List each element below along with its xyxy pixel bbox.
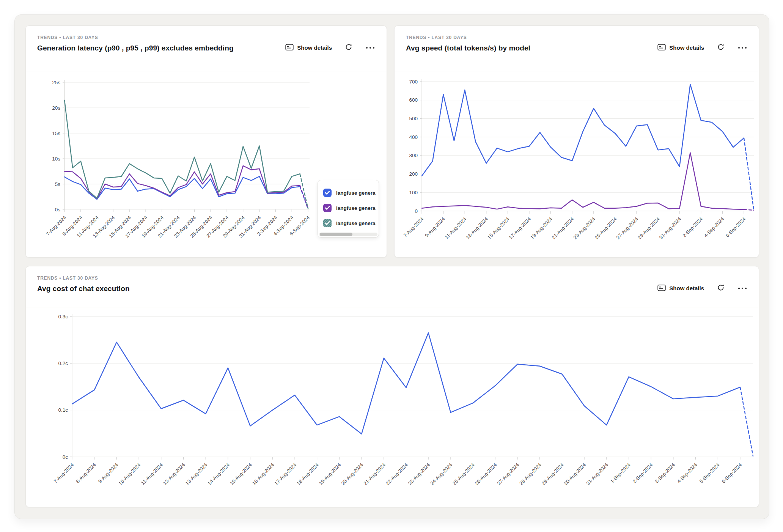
show-details-button[interactable]: Show details bbox=[285, 44, 332, 52]
x-axis-tick-label: 9-Aug-2024 bbox=[424, 216, 446, 239]
x-axis-tick-label: 17-Aug-2024 bbox=[508, 216, 532, 241]
svg-text:0.2c: 0.2c bbox=[58, 360, 68, 366]
x-axis-tick-label: 10-Aug-2024 bbox=[117, 462, 142, 486]
x-axis-tick-label: 25-Aug-2024 bbox=[594, 216, 618, 241]
legend-label: langfuse genera bbox=[336, 220, 376, 226]
checkbox-checked-icon[interactable] bbox=[323, 189, 332, 197]
refresh-button[interactable] bbox=[345, 43, 352, 52]
x-axis-tick-label: 27-Aug-2024 bbox=[496, 462, 520, 486]
show-details-label: Show details bbox=[669, 44, 704, 51]
x-axis-tick-label: 12-Aug-2024 bbox=[162, 462, 186, 486]
x-axis-tick-label: 2-Sep-2024 bbox=[632, 462, 654, 485]
x-axis-tick-label: 14-Aug-2024 bbox=[206, 462, 231, 486]
show-details-label: Show details bbox=[297, 44, 332, 51]
x-axis-tick-label: 23-Aug-2024 bbox=[407, 462, 431, 486]
legend-item-series-3[interactable]: langfuse genera bbox=[323, 216, 379, 231]
legend-label: langfuse genera bbox=[336, 205, 376, 211]
panel-actions: Show details bbox=[657, 284, 747, 293]
svg-text:300: 300 bbox=[409, 153, 418, 158]
x-axis-tick-label: 26-Aug-2024 bbox=[474, 462, 498, 486]
x-axis-tick-label: 28-Aug-2024 bbox=[518, 462, 542, 486]
trends-breadcrumb: TRENDS • LAST 30 DAYS bbox=[37, 275, 747, 281]
detail-card-icon bbox=[285, 44, 294, 52]
panel-header: TRENDS • LAST 30 DAYS Generation latency… bbox=[26, 26, 387, 71]
svg-text:100: 100 bbox=[409, 190, 418, 195]
x-axis-tick-label: 19-Aug-2024 bbox=[529, 216, 553, 241]
dashboard-surface: TRENDS • LAST 30 DAYS Generation latency… bbox=[14, 14, 769, 519]
show-details-button[interactable]: Show details bbox=[657, 44, 704, 52]
svg-text:200: 200 bbox=[409, 171, 418, 177]
x-axis-tick-label: 4-Sep-2024 bbox=[703, 216, 725, 239]
x-axis-tick-label: 29-Aug-2024 bbox=[541, 462, 565, 486]
x-axis-tick-label: 3-Sep-2024 bbox=[654, 462, 676, 485]
show-details-label: Show details bbox=[669, 285, 704, 291]
refresh-icon bbox=[345, 43, 352, 52]
checkbox-checked-icon[interactable] bbox=[323, 219, 332, 227]
panel-generation-latency: TRENDS • LAST 30 DAYS Generation latency… bbox=[25, 25, 387, 258]
x-axis-tick-label: 13-Aug-2024 bbox=[465, 216, 489, 241]
detail-card-icon bbox=[657, 284, 666, 293]
svg-text:400: 400 bbox=[409, 134, 418, 140]
x-axis-tick-label: 21-Aug-2024 bbox=[551, 216, 575, 241]
x-axis-tick-label: 2-Sep-2024 bbox=[681, 216, 704, 239]
x-axis-tick-label: 9-Aug-2024 bbox=[97, 462, 119, 485]
speed-chart-area: 01002003004005006007007-Aug-20249-Aug-20… bbox=[395, 71, 759, 259]
x-axis-tick-label: 31-Aug-2024 bbox=[585, 462, 609, 486]
x-axis-tick-label: 15-Aug-2024 bbox=[486, 216, 511, 241]
svg-text:20s: 20s bbox=[52, 105, 60, 111]
speed-line-chart[interactable]: 01002003004005006007007-Aug-20249-Aug-20… bbox=[395, 71, 759, 257]
ellipsis-icon bbox=[365, 45, 375, 50]
refresh-button[interactable] bbox=[717, 43, 725, 52]
latency-chart-area: 0s5s10s15s20s25s7-Aug-20249-Aug-202411-A… bbox=[26, 71, 387, 259]
x-axis-tick-label: 11-Aug-2024 bbox=[443, 216, 467, 240]
legend-scrollbar-track[interactable] bbox=[319, 233, 377, 236]
x-axis-tick-label: 21-Aug-2024 bbox=[362, 462, 387, 486]
x-axis-tick-label: 11-Aug-2024 bbox=[140, 462, 164, 486]
svg-text:15s: 15s bbox=[52, 131, 60, 136]
refresh-icon bbox=[717, 284, 725, 293]
legend-scrollbar-thumb[interactable] bbox=[320, 233, 352, 236]
svg-text:0: 0 bbox=[415, 208, 418, 214]
svg-text:25s: 25s bbox=[52, 80, 60, 85]
x-axis-tick-label: 25-Aug-2024 bbox=[451, 462, 476, 486]
cost-line-chart[interactable]: 0c0.1c0.2c0.3c7-Aug-20248-Aug-20249-Aug-… bbox=[26, 307, 759, 507]
cost-chart-area: 0c0.1c0.2c0.3c7-Aug-20248-Aug-20249-Aug-… bbox=[26, 307, 759, 508]
x-axis-tick-label: 7-Aug-2024 bbox=[52, 462, 75, 485]
svg-text:500: 500 bbox=[409, 116, 418, 121]
svg-text:5s: 5s bbox=[55, 181, 61, 187]
detail-card-icon bbox=[657, 44, 666, 52]
x-axis-tick-label: 1-Sep-2024 bbox=[609, 462, 632, 485]
x-axis-tick-label: 19-Aug-2024 bbox=[318, 462, 342, 486]
x-axis-tick-label: 6-Sep-2024 bbox=[720, 462, 743, 485]
panel-avg-speed: TRENDS • LAST 30 DAYS Avg speed (total t… bbox=[394, 25, 759, 258]
refresh-button[interactable] bbox=[717, 284, 725, 293]
trends-breadcrumb: TRENDS • LAST 30 DAYS bbox=[37, 35, 375, 40]
x-axis-tick-label: 18-Aug-2024 bbox=[296, 462, 320, 486]
checkbox-checked-icon[interactable] bbox=[323, 204, 332, 212]
x-axis-tick-label: 13-Aug-2024 bbox=[184, 462, 209, 486]
svg-text:0s: 0s bbox=[55, 207, 61, 212]
panel-actions: Show details bbox=[285, 43, 375, 52]
svg-text:600: 600 bbox=[409, 97, 418, 103]
x-axis-tick-label: 31-Aug-2024 bbox=[658, 216, 682, 241]
more-menu-button[interactable] bbox=[365, 45, 375, 50]
x-axis-tick-label: 8-Aug-2024 bbox=[75, 462, 97, 485]
more-menu-button[interactable] bbox=[737, 45, 747, 50]
panel-title: Avg cost of chat execution bbox=[37, 285, 747, 293]
svg-text:0.1c: 0.1c bbox=[58, 407, 68, 413]
svg-text:700: 700 bbox=[409, 79, 418, 85]
more-menu-button[interactable] bbox=[737, 285, 747, 291]
legend-item-series-1[interactable]: langfuse genera bbox=[323, 185, 379, 200]
x-axis-tick-label: 7-Aug-2024 bbox=[402, 216, 425, 239]
trends-breadcrumb: TRENDS • LAST 30 DAYS bbox=[406, 35, 747, 40]
x-axis-tick-label: 30-Aug-2024 bbox=[563, 462, 587, 486]
svg-text:10s: 10s bbox=[52, 156, 60, 162]
x-axis-tick-label: 23-Aug-2024 bbox=[572, 216, 596, 241]
x-axis-tick-label: 16-Aug-2024 bbox=[251, 462, 275, 486]
legend-item-series-2[interactable]: langfuse genera bbox=[323, 200, 379, 216]
panel-avg-cost: TRENDS • LAST 30 DAYS Avg cost of chat e… bbox=[25, 266, 759, 507]
ellipsis-icon bbox=[737, 45, 747, 50]
panel-header: TRENDS • LAST 30 DAYS Avg speed (total t… bbox=[395, 26, 759, 71]
x-axis-tick-label: 29-Aug-2024 bbox=[637, 216, 661, 241]
show-details-button[interactable]: Show details bbox=[657, 284, 704, 293]
